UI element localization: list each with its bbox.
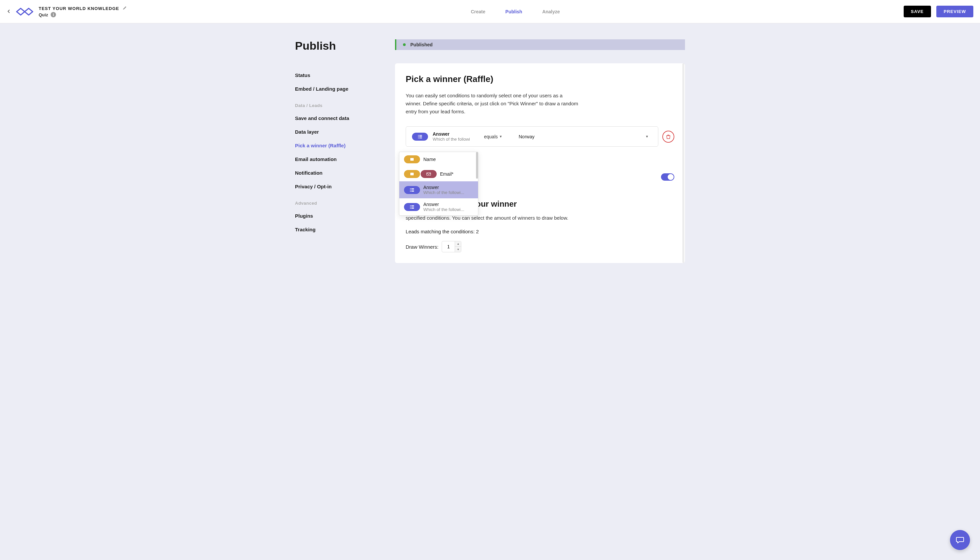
svg-rect-10 xyxy=(411,188,414,189)
main-nav: Create Publish Analyze xyxy=(127,9,903,14)
svg-rect-4 xyxy=(418,138,419,138)
svg-rect-0 xyxy=(418,135,419,136)
value-text: Norway xyxy=(519,134,534,139)
dd-sublabel: Which of the followi... xyxy=(423,190,464,195)
header-left: TEST YOUR WORLD KNOWLEDGE Quiz i xyxy=(7,6,127,18)
leads-match-count: Leads matching the conditions: 2 xyxy=(406,229,674,234)
card-title: Pick a winner (Raffle) xyxy=(406,74,674,84)
edit-title-icon[interactable] xyxy=(122,6,127,11)
svg-rect-7 xyxy=(410,173,414,175)
sidebar: Publish Status Embed / Landing page Data… xyxy=(295,39,395,263)
sidebar-item-plugins[interactable]: Plugins xyxy=(295,209,395,223)
draw-winners-row: Draw Winners: ▲ ▼ xyxy=(406,241,674,252)
trash-icon xyxy=(666,134,671,139)
card-scrollbar[interactable] xyxy=(682,63,684,263)
svg-rect-1 xyxy=(419,135,422,136)
svg-rect-6 xyxy=(410,158,414,161)
content: Publish Status Embed / Landing page Data… xyxy=(295,23,685,279)
project-type: Quiz xyxy=(39,12,48,17)
sidebar-item-notification[interactable]: Notification xyxy=(295,166,395,180)
draw-winners-input: ▲ ▼ xyxy=(442,241,461,252)
draw-winners-label: Draw Winners: xyxy=(406,244,438,250)
sidebar-item-embed[interactable]: Embed / Landing page xyxy=(295,82,395,96)
svg-rect-11 xyxy=(410,190,411,190)
list-icon xyxy=(404,186,420,194)
svg-rect-5 xyxy=(419,138,422,138)
sidebar-item-pick-winner[interactable]: Pick a winner (Raffle) xyxy=(295,139,395,152)
card-description: You can easily set conditions to randoml… xyxy=(406,92,579,116)
stepper-up-button[interactable]: ▲ xyxy=(455,241,461,247)
app-logo xyxy=(16,6,33,18)
dd-sublabel: Which of the followi... xyxy=(423,207,464,212)
operator-text: equals xyxy=(484,134,498,139)
header-actions: SAVE PREVIEW xyxy=(904,6,973,17)
dd-label: Answer xyxy=(423,185,464,190)
section-title-partial: our winner xyxy=(476,199,517,208)
draw-winners-field[interactable] xyxy=(442,244,455,249)
sidebar-item-tracking[interactable]: Tracking xyxy=(295,223,395,236)
dropdown-item-name[interactable]: Name xyxy=(399,152,478,167)
chevron-down-icon: ▼ xyxy=(645,135,649,138)
condition-block: Answer Which of the followi equals ▼ Nor… xyxy=(406,126,658,147)
sidebar-group-advanced: Advanced xyxy=(295,193,395,209)
svg-rect-14 xyxy=(411,191,414,192)
status-bar: Published xyxy=(395,39,685,50)
project-title: TEST YOUR WORLD KNOWLEDGE xyxy=(39,6,119,11)
condition-value-select[interactable]: Norway ▼ xyxy=(515,132,652,141)
page-heading: Publish xyxy=(295,39,395,52)
svg-rect-15 xyxy=(410,205,411,206)
dd-label: Answer xyxy=(423,202,464,207)
svg-rect-17 xyxy=(410,207,411,207)
svg-rect-16 xyxy=(411,205,414,206)
tab-publish[interactable]: Publish xyxy=(505,9,522,14)
raffle-card: Pick a winner (Raffle) You can easily se… xyxy=(395,63,685,263)
delete-condition-button[interactable] xyxy=(662,131,674,143)
field-label-top: Answer xyxy=(433,131,479,137)
condition-field-select[interactable]: Answer Which of the followi xyxy=(433,131,479,142)
save-button[interactable]: SAVE xyxy=(904,6,931,17)
tab-create[interactable]: Create xyxy=(471,9,485,14)
dd-label: Name xyxy=(423,157,436,162)
lead-icon xyxy=(404,170,420,178)
svg-rect-8 xyxy=(427,173,431,175)
dropdown-item-answer-1[interactable]: Answer Which of the followi... xyxy=(399,181,478,198)
svg-rect-18 xyxy=(411,207,414,207)
lead-icon xyxy=(404,155,420,163)
preview-button[interactable]: PREVIEW xyxy=(936,6,973,17)
tab-analyze[interactable]: Analyze xyxy=(542,9,560,14)
info-icon[interactable]: i xyxy=(51,12,56,17)
sidebar-item-email-automation[interactable]: Email automation xyxy=(295,152,395,166)
condition-row: Answer Which of the followi equals ▼ Nor… xyxy=(406,126,674,147)
svg-rect-3 xyxy=(419,136,422,137)
svg-rect-13 xyxy=(410,191,411,192)
sidebar-item-data-layer[interactable]: Data layer xyxy=(295,125,395,139)
status-text: Published xyxy=(410,42,433,47)
sidebar-item-save-connect[interactable]: Save and connect data xyxy=(295,111,395,125)
dd-label: Email* xyxy=(440,171,453,177)
title-block: TEST YOUR WORLD KNOWLEDGE Quiz i xyxy=(39,6,127,17)
back-button[interactable] xyxy=(7,9,11,15)
sidebar-item-privacy[interactable]: Privacy / Opt-in xyxy=(295,180,395,193)
svg-rect-19 xyxy=(410,208,411,209)
list-icon xyxy=(412,133,428,141)
svg-rect-2 xyxy=(418,136,419,137)
sidebar-item-status[interactable]: Status xyxy=(295,68,395,82)
feature-toggle[interactable] xyxy=(661,173,674,181)
sidebar-group-data-leads: Data / Leads xyxy=(295,96,395,111)
field-dropdown: Name Email* Answer Which of the followi.… xyxy=(399,152,478,216)
condition-operator-select[interactable]: equals ▼ xyxy=(484,134,511,139)
svg-rect-12 xyxy=(411,190,414,190)
field-label-sub: Which of the followi xyxy=(433,137,479,142)
stepper-down-button[interactable]: ▼ xyxy=(455,247,461,252)
list-icon xyxy=(404,203,420,211)
main-panel: Published Pick a winner (Raffle) You can… xyxy=(395,39,685,263)
dropdown-item-email[interactable]: Email* xyxy=(399,167,478,181)
status-dot-icon xyxy=(403,43,406,46)
app-header: TEST YOUR WORLD KNOWLEDGE Quiz i Create … xyxy=(0,0,980,23)
dropdown-scrollbar[interactable] xyxy=(476,152,478,179)
chevron-down-icon: ▼ xyxy=(499,135,502,138)
svg-rect-9 xyxy=(410,188,411,189)
svg-rect-20 xyxy=(411,208,414,209)
dropdown-item-answer-2[interactable]: Answer Which of the followi... xyxy=(399,198,478,215)
email-icon xyxy=(421,170,437,178)
